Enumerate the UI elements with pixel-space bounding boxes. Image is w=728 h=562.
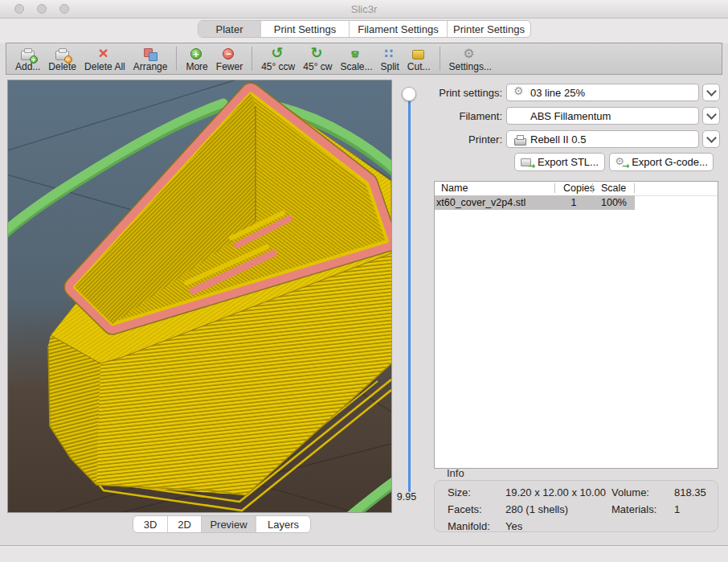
printer-value: Rebell II 0.5 [530, 133, 586, 146]
size-label: Size: [448, 486, 471, 498]
print-settings-combo[interactable]: 03 line 25% [506, 84, 699, 101]
rotate-cw-icon [309, 47, 325, 62]
volume-label: Volume: [611, 486, 649, 498]
printer-dropdown-button[interactable] [702, 130, 720, 148]
fewer-button[interactable]: Fewer [216, 43, 243, 72]
gear-icon [513, 87, 527, 99]
column-header-name[interactable]: Name [441, 183, 468, 194]
window-title: Slic3r [0, 3, 728, 15]
status-bar [0, 545, 728, 562]
view-tab-3d[interactable]: 3D [133, 516, 168, 532]
fewer-minus-icon [221, 47, 237, 62]
manifold-label: Manifold: [448, 520, 490, 532]
cell-name: xt60_cover_v2p4.stl [436, 197, 526, 208]
filament-value: ABS Fillamentum [530, 110, 611, 122]
viewport-panel [7, 80, 392, 513]
cut-button[interactable]: Cut... [407, 43, 431, 72]
scale-button[interactable]: Scale... [340, 43, 372, 72]
manifold-value: Yes [505, 520, 522, 532]
info-box: Size: 19.20 x 12.00 x 10.00 Volume: 818.… [434, 480, 718, 532]
add-button[interactable]: Add... [15, 43, 40, 72]
viewport-canvas[interactable] [8, 80, 391, 512]
table-row[interactable]: xt60_cover_v2p4.stl 1 100% [435, 195, 635, 210]
layer-slider-thumb[interactable] [402, 87, 416, 101]
scale-arrows-icon [348, 47, 364, 62]
info-section-title: Info [447, 467, 464, 479]
chevron-down-icon [706, 86, 717, 96]
filament-combo[interactable]: ABS Fillamentum [506, 107, 699, 125]
more-plus-icon [189, 47, 205, 62]
settings-button[interactable]: Settings... [449, 43, 492, 72]
printer-combo[interactable]: Rebell II 0.5 [506, 130, 699, 148]
rotate-ccw-button[interactable]: 45° ccw [261, 43, 295, 72]
facets-label: Facets: [448, 503, 482, 515]
export-gcode-button[interactable]: Export G-code... [609, 153, 714, 171]
rotate-ccw-icon [270, 47, 286, 62]
slic3r-window: Slic3r Plater Print Settings Filament Se… [0, 0, 728, 562]
cell-scale: 100% [601, 197, 627, 208]
delete-all-button[interactable]: Delete All [84, 43, 125, 72]
column-divider[interactable] [554, 183, 555, 193]
materials-label: Materials: [611, 503, 656, 515]
arrange-cubes-icon [142, 47, 158, 62]
delete-button[interactable]: Delete [48, 43, 76, 72]
layer-slider-track[interactable] [408, 95, 411, 492]
view-tab-layers[interactable]: Layers [256, 516, 310, 532]
toolbar-separator [252, 47, 252, 71]
delete-box-icon [55, 47, 71, 62]
table-header: Name Copies Scale [435, 182, 718, 196]
view-tab-preview[interactable]: Preview [202, 516, 256, 532]
printer-label: Printer: [431, 133, 502, 146]
object-table[interactable]: Name Copies Scale xt60_cover_v2p4.stl 1 … [434, 181, 718, 469]
chevron-down-icon [706, 133, 717, 143]
arrange-button[interactable]: Arrange [133, 43, 168, 72]
filament-label: Filament: [431, 110, 502, 122]
print-settings-label: Print settings: [431, 87, 502, 99]
export-stl-button[interactable]: Export STL... [514, 153, 605, 171]
materials-value: 1 [674, 503, 680, 515]
main-tab-bar: Plater Print Settings Filament Settings … [198, 20, 531, 38]
view-mode-bar: 3D 2D Preview Layers [133, 515, 311, 533]
print-settings-value: 03 line 25% [530, 87, 585, 99]
add-box-icon [20, 47, 36, 62]
export-stl-icon [521, 157, 534, 168]
column-divider[interactable] [592, 183, 593, 193]
chevron-down-icon [706, 109, 717, 120]
toolbar-separator [440, 47, 440, 71]
layer-slider-value: 9.95 [391, 491, 423, 503]
more-button[interactable]: More [186, 43, 207, 72]
size-value: 19.20 x 12.00 x 10.00 [505, 486, 606, 498]
filament-dropdown-button[interactable] [702, 107, 720, 125]
column-header-copies[interactable]: Copies [563, 183, 595, 194]
tab-print-settings[interactable]: Print Settings [261, 21, 350, 37]
toolbar: Add... Delete Delete All Arrange More Fe… [6, 43, 722, 75]
cut-box-icon [411, 47, 427, 62]
facets-value: 280 (1 shells) [505, 503, 568, 515]
tab-plater[interactable]: Plater [198, 21, 261, 37]
column-header-scale[interactable]: Scale [601, 183, 626, 194]
delete-all-icon [96, 47, 112, 62]
printer-icon [513, 133, 527, 146]
view-tab-2d[interactable]: 2D [168, 516, 202, 532]
split-button[interactable]: Split [380, 43, 399, 72]
print-settings-dropdown-button[interactable] [702, 84, 720, 101]
title-bar: Slic3r [0, 0, 728, 18]
tab-filament-settings[interactable]: Filament Settings [350, 21, 448, 37]
tab-printer-settings[interactable]: Printer Settings [448, 21, 530, 37]
volume-value: 818.35 [674, 486, 706, 498]
column-divider[interactable] [634, 183, 635, 193]
split-dots-icon [382, 47, 398, 62]
toolbar-separator [176, 47, 177, 71]
cell-copies: 1 [555, 197, 592, 208]
tab-strip: Plater Print Settings Filament Settings … [0, 18, 728, 43]
export-gcode-icon [615, 157, 628, 168]
rotate-cw-button[interactable]: 45° cw [303, 43, 332, 72]
settings-gear-icon [462, 47, 478, 62]
